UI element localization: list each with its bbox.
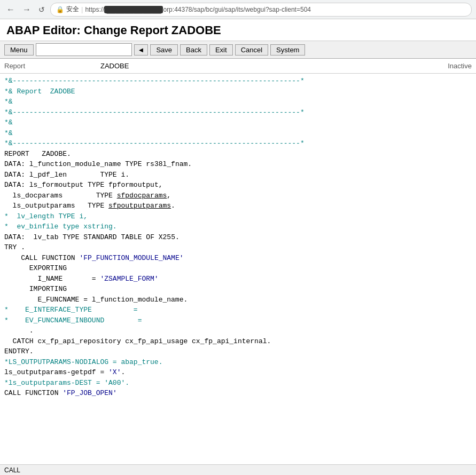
code-line: I_NAME = 'ZSAMPLE_FORM' <box>4 274 472 284</box>
code-line: * ev_binfile type xstring. <box>4 221 472 232</box>
lock-icon: 🔒 <box>56 6 64 13</box>
code-line: REPORT ZADOBE. <box>4 149 472 160</box>
arrow-button[interactable]: ◄ <box>134 44 149 56</box>
code-line: *&--------------------------------------… <box>4 76 472 86</box>
code-line: *& <box>4 97 472 107</box>
address-bar[interactable]: 🔒 安全 | https://████████████orp:44378/sap… <box>50 3 472 17</box>
reload-button[interactable]: ↺ <box>36 4 47 15</box>
exit-button[interactable]: Exit <box>209 44 233 56</box>
menu-button[interactable]: Menu <box>4 44 34 56</box>
browser-chrome: ← → ↺ 🔒 安全 | https://████████████orp:443… <box>0 0 476 19</box>
sap-toolbar: Menu ◄ Save Back Exit Cancel System <box>0 41 476 59</box>
code-editor[interactable]: *&--------------------------------------… <box>0 74 476 469</box>
page-title: ABAP Editor: Change Report ZADOBE <box>0 19 476 41</box>
forward-button[interactable]: → <box>20 4 33 15</box>
back-nav-button[interactable]: Back <box>180 44 207 56</box>
code-line: ls_outputparams-getpdf = 'X'. <box>4 367 472 378</box>
code-line: *&--------------------------------------… <box>4 107 472 118</box>
code-line: CALL FUNCTION 'FP_FUNCTION_MODULE_NAME' <box>4 253 472 264</box>
code-line: DATA: l_pdf_len TYPE i. <box>4 170 472 180</box>
code-line: *& <box>4 128 472 139</box>
code-line: *& Report ZADOBE <box>4 86 472 97</box>
status-text: CALL <box>4 466 20 474</box>
code-line: *LS_OUTPUTPARAMS-NODIALOG = abap_true. <box>4 357 472 368</box>
code-line: ls_outputparams TYPE sfpoutputparams. <box>4 201 472 211</box>
code-line: CALL FUNCTION 'FP_JOB_OPEN' <box>4 388 472 399</box>
code-line: E_FUNCNAME = l_function_module_name. <box>4 295 472 305</box>
report-label: Report <box>4 62 100 70</box>
code-line: . <box>4 326 472 336</box>
code-line: ENDTRY. <box>4 346 472 357</box>
security-label: 安全 <box>66 5 79 14</box>
system-button[interactable]: System <box>270 44 305 56</box>
sap-application: ABAP Editor: Change Report ZADOBE Menu ◄… <box>0 19 476 469</box>
code-line: EXPORTING <box>4 263 472 274</box>
url-text: https://████████████orp:44378/sap/bc/gui… <box>85 6 466 13</box>
code-line: ls_docparams TYPE sfpdocparams, <box>4 191 472 201</box>
code-line: *&--------------------------------------… <box>4 138 472 149</box>
url-separator: | <box>81 5 83 13</box>
cancel-button[interactable]: Cancel <box>235 44 268 56</box>
code-line: DATA: ls_formoutput TYPE fpformoutput, <box>4 180 472 191</box>
back-button[interactable]: ← <box>4 4 17 15</box>
code-line: IMPORTING <box>4 284 472 295</box>
code-line: CATCH cx_fp_api_repository cx_fp_api_usa… <box>4 336 472 347</box>
code-line: DATA: l_function_module_name TYPE rs38l_… <box>4 159 472 170</box>
save-button[interactable]: Save <box>150 44 178 56</box>
code-line: TRY . <box>4 242 472 253</box>
status-badge: Inactive <box>448 62 472 70</box>
report-value: ZADOBE <box>100 62 448 70</box>
status-bar: CALL <box>0 464 476 475</box>
code-line: *ls_outputparams-DEST = 'A00'. <box>4 378 472 389</box>
code-line: * EV_FUNCNAME_INBOUND = <box>4 315 472 326</box>
code-line: * E_INTERFACE_TYPE = <box>4 305 472 315</box>
code-line: * lv_length TYPE i, <box>4 211 472 222</box>
toolbar-input[interactable] <box>36 43 132 56</box>
code-line: DATA: lv_tab TYPE STANDARD TABLE OF X255… <box>4 232 472 243</box>
url-redacted: ████████████ <box>104 6 163 13</box>
code-line: *& <box>4 117 472 128</box>
sap-infobar: Report ZADOBE Inactive <box>0 59 476 74</box>
